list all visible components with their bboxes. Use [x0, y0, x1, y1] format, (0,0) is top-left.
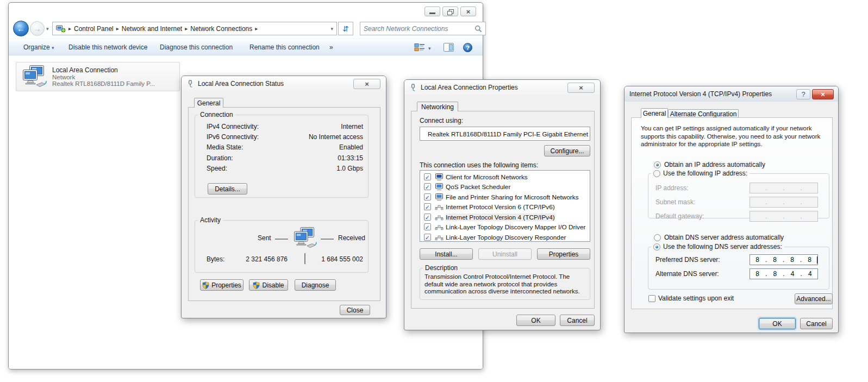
cancel-button[interactable]: Cancel — [560, 315, 595, 326]
address-dropdown-caret[interactable]: ▾ — [330, 26, 333, 32]
command-bar: Organize ▾ Disable this network device D… — [9, 39, 483, 55]
bytes-received-value: 1 684 555 002 — [321, 255, 363, 263]
item-checkbox[interactable]: ✓ — [424, 183, 431, 190]
item-checkbox[interactable]: ✓ — [424, 193, 431, 201]
views-caret-icon[interactable]: ▾ — [428, 46, 431, 51]
obtain-dns-label: Obtain DNS server address automatically — [664, 234, 784, 241]
list-item[interactable]: ✓ Link-Layer Topology Discovery Mapper I… — [422, 222, 588, 232]
subnet-mask-field: ... — [750, 197, 818, 208]
item-checkbox[interactable]: ✓ — [424, 203, 431, 210]
organize-button[interactable]: Organize ▾ — [23, 43, 54, 51]
minimize-icon — [429, 12, 435, 14]
breadcrumb-item-network-connections[interactable]: Network Connections — [190, 25, 252, 33]
close-button[interactable]: Close — [340, 305, 370, 315]
properties-dialog-titlebar: Local Area Connection Properties × — [404, 80, 600, 95]
breadcrumb-item-control-panel[interactable]: Control Panel — [74, 25, 114, 33]
install-button[interactable]: Install... — [420, 248, 473, 260]
help-button[interactable]: ? — [463, 43, 472, 52]
views-button-icon[interactable] — [414, 43, 425, 52]
tab-general[interactable]: General — [194, 98, 223, 108]
description-text: Transmission Control Protocol/Internet P… — [420, 272, 590, 296]
connection-tile[interactable]: Local Area Connection Network Realtek RT… — [16, 62, 180, 91]
status-row-label: IPv6 Connectivity: — [207, 133, 259, 141]
list-item[interactable]: ✓ Internet Protocol Version 6 (TCP/IPv6) — [422, 202, 588, 212]
dialog-help-button[interactable]: ? — [796, 89, 810, 99]
ok-button[interactable]: OK — [759, 318, 796, 329]
status-row-value: Enabled — [339, 143, 363, 151]
toolbar-overflow-chevron[interactable]: » — [329, 43, 333, 51]
details-button[interactable]: Details... — [208, 183, 247, 195]
network-plug-icon — [409, 84, 417, 91]
status-row-label: IPv4 Connectivity: — [207, 123, 259, 130]
tab-general[interactable]: General — [641, 108, 668, 118]
validate-label: Validate settings upon exit — [658, 295, 734, 302]
dialog-close-button[interactable]: × — [567, 83, 595, 93]
network-computers-icon — [21, 65, 47, 88]
status-row-value: 1.0 Gbps — [336, 165, 363, 172]
command-rename-connection[interactable]: Rename this connection — [249, 43, 320, 51]
list-item[interactable]: ✓ QoS Packet Scheduler — [422, 182, 588, 192]
validate-checkbox[interactable] — [648, 295, 655, 302]
item-checkbox[interactable]: ✓ — [424, 173, 431, 180]
obtain-dns-radio[interactable] — [654, 234, 661, 241]
close-button[interactable]: × — [460, 7, 476, 16]
uac-shield-icon — [202, 281, 209, 289]
item-checkbox[interactable]: ✓ — [424, 214, 431, 221]
use-dns-radio[interactable] — [653, 243, 660, 251]
uninstall-button[interactable]: Uninstall — [478, 248, 532, 260]
back-button[interactable]: ← — [13, 21, 29, 36]
alternate-dns-input[interactable]: 8.8.4.4 — [750, 268, 818, 279]
dialog-close-button[interactable]: × — [812, 89, 834, 99]
dialog-close-button[interactable]: × — [353, 79, 380, 89]
cancel-button[interactable]: Cancel — [800, 318, 833, 329]
uac-shield-icon — [253, 281, 260, 289]
protocol-icon — [435, 233, 444, 242]
item-checkbox[interactable]: ✓ — [424, 223, 431, 230]
refresh-button[interactable]: ⇵ — [338, 22, 353, 35]
refresh-icon: ⇵ — [342, 24, 349, 33]
tab-alternate-configuration[interactable]: Alternate Configuration — [668, 109, 739, 118]
ipv4-properties-dialog: Internet Protocol Version 4 (TCP/IPv4) P… — [624, 86, 839, 333]
breadcrumb-arrow-icon: ▸ — [68, 26, 71, 32]
disable-button[interactable]: Disable — [249, 279, 288, 291]
item-checkbox[interactable]: ✓ — [424, 234, 431, 241]
list-item-selected[interactable]: ✓ Internet Protocol Version 4 (TCP/IPv4) — [422, 212, 588, 222]
status-row-label: Media State: — [207, 143, 243, 151]
properties-dialog: Local Area Connection Properties × Netwo… — [404, 79, 601, 330]
breadcrumb-item-network-and-internet[interactable]: Network and Internet — [122, 25, 182, 33]
list-item[interactable]: ✓ Link-Layer Topology Discovery Responde… — [422, 233, 588, 242]
minimize-button[interactable] — [424, 7, 440, 16]
restore-icon — [449, 9, 454, 14]
items-list[interactable]: ✓ Client for Microsoft Networks ✓ QoS Pa… — [420, 170, 590, 242]
network-location-icon — [56, 25, 66, 33]
preferred-dns-input[interactable]: 8.8.8.8 — [750, 254, 818, 265]
received-label: Received — [338, 234, 365, 242]
diagnose-button[interactable]: Diagnose — [295, 279, 336, 291]
list-item[interactable]: ✓ Client for Microsoft Networks — [422, 172, 588, 182]
dialog-title: Local Area Connection Status — [198, 80, 284, 87]
advanced-button[interactable]: Advanced... — [795, 293, 833, 304]
item-label: QoS Packet Scheduler — [446, 183, 510, 191]
protocol-icon — [435, 203, 444, 211]
list-item[interactable]: ✓ File and Printer Sharing for Microsoft… — [422, 192, 588, 202]
maximize-button[interactable] — [442, 7, 458, 16]
ok-button[interactable]: OK — [516, 315, 555, 326]
forward-button[interactable]: → — [30, 21, 45, 36]
configure-button[interactable]: Configure... — [544, 145, 590, 156]
close-icon: × — [821, 91, 825, 98]
tab-networking[interactable]: Networking — [417, 102, 458, 111]
search-icon[interactable] — [474, 25, 482, 33]
address-bar[interactable]: ▸ Control Panel ▸ Network and Internet ▸… — [52, 22, 337, 35]
obtain-ip-label: Obtain an IP address automatically — [664, 161, 765, 168]
navigation-bar: ← → ▾ ▸ Control Panel ▸ Network and Inte… — [9, 19, 483, 39]
use-ip-radio[interactable] — [653, 170, 660, 177]
obtain-ip-radio[interactable] — [654, 161, 661, 168]
items-list-label: This connection uses the following items… — [420, 161, 538, 169]
search-input[interactable] — [364, 25, 472, 33]
command-disable-device[interactable]: Disable this network device — [68, 43, 147, 51]
properties-button[interactable]: Properties — [200, 279, 243, 291]
history-dropdown[interactable]: ▾ — [46, 26, 49, 32]
item-properties-button[interactable]: Properties — [537, 248, 590, 260]
preview-pane-button[interactable] — [444, 43, 454, 52]
command-diagnose-connection[interactable]: Diagnose this connection — [160, 43, 233, 51]
